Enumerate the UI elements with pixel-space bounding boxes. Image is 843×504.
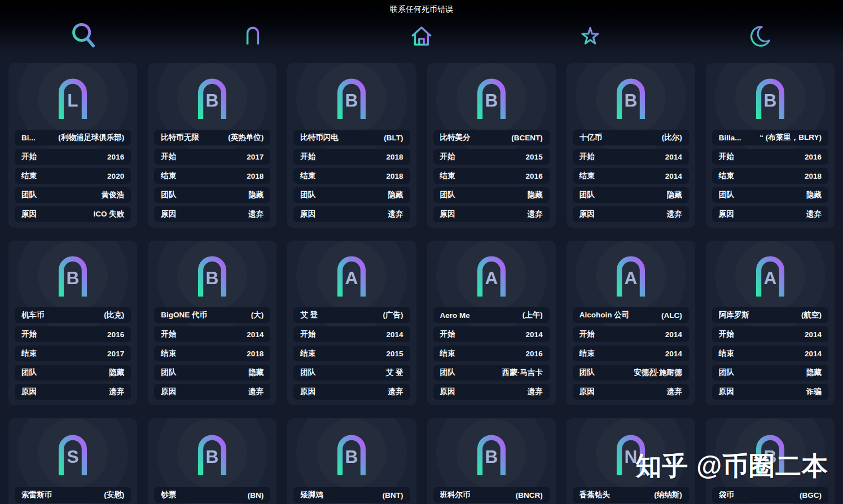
coin-symbol: (纳纳斯) <box>654 490 682 500</box>
coin-name: 机车币 <box>21 310 45 320</box>
end-year-row: 结束2018 <box>712 168 828 184</box>
tombstone-icon: B <box>433 423 550 484</box>
nav-moon[interactable] <box>674 23 843 49</box>
field-label: 原因 <box>579 209 595 219</box>
coin-card[interactable]: B 比特币无限(英热单位) 开始2017 结束2018 团队隐藏 原因遗弃 <box>148 63 276 228</box>
field-label: 开始 <box>440 329 455 339</box>
coin-name: 索雷斯币 <box>21 490 52 500</box>
coin-card[interactable]: B 袋币(BGC) <box>706 418 835 504</box>
field-value: 2015 <box>526 153 543 161</box>
tombstone-icon: S <box>15 423 131 484</box>
coin-card[interactable]: B 比特美分(BCENT) 开始2015 结束2016 团队隐藏 原因遗弃 <box>427 63 556 228</box>
coin-card[interactable]: A 阿库罗斯(航空) 开始2014 结束2014 团队隐藏 原因诈骗 <box>706 241 835 405</box>
coin-title-row: 机车币(比克) <box>15 307 131 323</box>
field-label: 开始 <box>300 152 315 162</box>
nav-star[interactable] <box>506 23 674 49</box>
field-label: 原因 <box>579 387 595 397</box>
svg-text:B: B <box>345 446 358 467</box>
coin-symbol: (广告) <box>383 310 403 320</box>
coin-card[interactable]: B 班科尔币(BNCR) <box>427 418 556 504</box>
coin-card[interactable]: A Aero Me(上午) 开始2014 结束2016 团队西蒙·马吉卡 原因遗… <box>427 241 556 405</box>
start-year-row: 开始2015 <box>433 149 550 165</box>
end-year-row: 结束2018 <box>154 168 270 184</box>
field-value: 隐藏 <box>388 190 403 200</box>
reason-row: 原因遗弃 <box>573 384 689 400</box>
field-label: 原因 <box>440 387 455 397</box>
nav-home[interactable] <box>337 23 506 49</box>
field-label: 原因 <box>21 387 37 397</box>
coin-name: Billa... <box>719 134 741 142</box>
end-year-row: 结束2018 <box>293 168 410 184</box>
reason-row: 原因ICO 失败 <box>15 206 131 222</box>
coin-symbol: (安慰) <box>104 490 124 500</box>
coin-card[interactable]: B 比特币闪电(BLT) 开始2018 结束2018 团队隐藏 原因遗弃 <box>287 63 416 228</box>
end-year-row: 结束2016 <box>433 168 550 184</box>
coin-card[interactable]: A 艾 登(广告) 开始2014 结束2015 团队艾 登 原因遗弃 <box>287 241 416 405</box>
end-year-row: 结束2016 <box>433 346 550 361</box>
coin-card[interactable]: B 钞票(BN) <box>148 418 276 504</box>
field-value: 2018 <box>805 172 822 180</box>
field-label: 开始 <box>440 152 455 162</box>
reason-row: 原因遗弃 <box>293 384 410 400</box>
field-value: 2015 <box>386 350 403 358</box>
team-row: 团队西蒙·马吉卡 <box>433 365 550 381</box>
team-row: 团队隐藏 <box>712 365 828 381</box>
tombstone-icon: B <box>712 68 828 126</box>
team-row: 团队安德烈·施耐德 <box>573 365 689 381</box>
field-value: 2016 <box>107 153 124 161</box>
coin-card[interactable]: B 矮脚鸡(BNT) <box>287 418 416 504</box>
field-label: 结束 <box>440 171 455 181</box>
field-label: 原因 <box>161 209 176 219</box>
field-value: 遗弃 <box>667 209 682 219</box>
svg-text:L: L <box>67 90 78 110</box>
coin-symbol: (比克) <box>104 310 124 320</box>
field-label: 结束 <box>440 348 455 359</box>
tombstone-icon: B <box>573 68 689 126</box>
coin-name: 比特美分 <box>440 132 471 143</box>
svg-text:B: B <box>206 268 219 288</box>
coin-name: 班科尔币 <box>440 490 471 500</box>
coin-title-row: 比特币无限(英热单位) <box>154 130 270 145</box>
field-label: 团队 <box>300 368 315 378</box>
start-year-row: 开始2014 <box>712 326 828 342</box>
coin-card[interactable]: B 机车币(比克) 开始2016 结束2017 团队隐藏 原因遗弃 <box>8 241 137 405</box>
field-label: 团队 <box>440 368 455 378</box>
field-value: 遗弃 <box>528 387 543 397</box>
coin-card[interactable]: N 香蕉钻头(纳纳斯) <box>567 418 695 504</box>
coin-card[interactable]: L Bi...(利物浦足球俱乐部) 开始2016 结束2020 团队黄俊浩 原因… <box>8 63 137 228</box>
field-label: 团队 <box>161 190 176 200</box>
coin-name: 矮脚鸡 <box>300 490 323 500</box>
team-row: 团队隐藏 <box>712 187 828 203</box>
nav-tombstone[interactable] <box>169 23 337 49</box>
coin-title-row: 艾 登(广告) <box>293 307 410 323</box>
coin-title-row: 钞票(BN) <box>154 487 270 503</box>
coin-symbol: (BN) <box>248 491 264 499</box>
navbar <box>0 19 843 54</box>
coin-card[interactable]: A Alcohoin 公司(ALC) 开始2014 结束2014 团队安德烈·施… <box>567 241 695 405</box>
field-label: 团队 <box>161 368 176 378</box>
coin-card[interactable]: S 索雷斯币(安慰) <box>8 418 137 504</box>
svg-text:A: A <box>485 268 498 288</box>
coin-title-row: 比特美分(BCENT) <box>433 130 550 145</box>
field-value: 2020 <box>107 172 124 180</box>
coin-card[interactable]: B BigONE 代币(大) 开始2014 结束2018 团队隐藏 原因遗弃 <box>148 241 276 405</box>
field-value: 遗弃 <box>667 387 682 397</box>
field-label: 原因 <box>719 387 734 397</box>
coin-title-row: 香蕉钻头(纳纳斯) <box>573 487 689 503</box>
team-row: 团队艾 登 <box>293 365 410 381</box>
nav-search[interactable] <box>0 21 169 51</box>
tombstone-icon <box>240 23 266 49</box>
coin-card[interactable]: B Billa...“ (布莱里，BLRY) 开始2016 结束2018 团队隐… <box>706 63 835 228</box>
coin-symbol: (BNT) <box>383 491 403 499</box>
svg-text:B: B <box>206 90 219 110</box>
field-value: 2016 <box>805 153 822 161</box>
coin-name: 香蕉钻头 <box>579 490 610 500</box>
field-value: 遗弃 <box>528 209 543 219</box>
coin-card[interactable]: B 十亿币(比尔) 开始2014 结束2014 团队隐藏 原因遗弃 <box>567 63 695 228</box>
field-value: 2018 <box>386 153 403 161</box>
coin-symbol: (大) <box>251 310 264 320</box>
start-year-row: 开始2016 <box>15 149 131 165</box>
moon-icon <box>746 23 772 49</box>
tombstone-icon: B <box>712 423 828 484</box>
coin-name: 比特币闪电 <box>300 132 339 143</box>
